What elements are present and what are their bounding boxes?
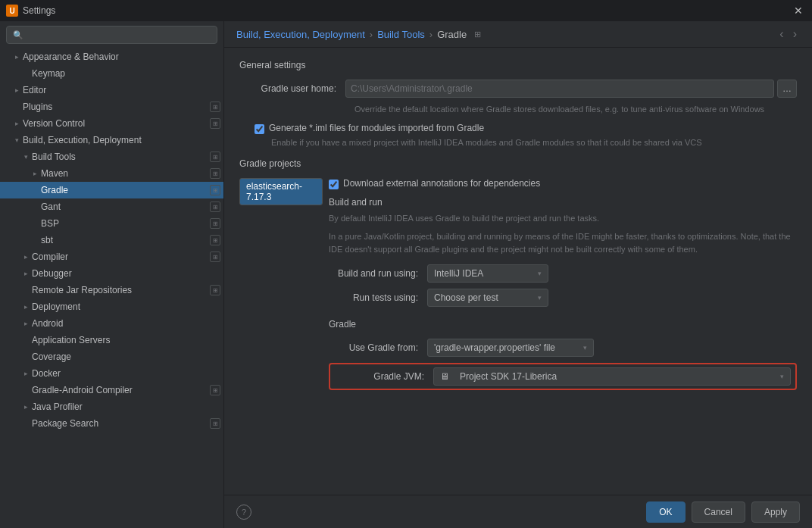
badge-icon: ⊞ (210, 202, 220, 212)
badge-icon: ⊞ (210, 168, 220, 179)
search-box[interactable]: 🔍 (6, 26, 217, 44)
sidebar-item-deployment[interactable]: Deployment (0, 298, 223, 315)
generate-iml-hint: Enable if you have a mixed project with … (271, 137, 797, 148)
sidebar-item-label: sbt (41, 235, 53, 245)
breadcrumb-gradle: Gradle (437, 29, 467, 40)
breadcrumb-menu-icon[interactable]: ⊞ (474, 30, 481, 39)
sidebar-item-label: Docker (32, 368, 61, 379)
sidebar-item-label: Package Search (32, 418, 98, 429)
apply-button[interactable]: Apply (751, 501, 800, 523)
generate-iml-label[interactable]: Generate *.iml files for modules importe… (269, 123, 484, 133)
search-icon: 🔍 (13, 30, 23, 40)
badge-icon: ⊞ (210, 252, 220, 262)
download-annotations-label[interactable]: Download external annotations for depend… (343, 178, 540, 189)
gradle-user-home-row: Gradle user home: … (239, 80, 797, 98)
gradle-projects-title: Gradle projects (239, 158, 797, 169)
nav-forward-button[interactable]: › (790, 27, 800, 41)
sidebar-item-editor[interactable]: Editor (0, 82, 223, 98)
badge-icon: ⊞ (210, 118, 220, 129)
sidebar-item-label: BSP (41, 218, 59, 229)
sidebar-item-docker[interactable]: Docker (0, 365, 223, 382)
project-list: elasticsearch-7.17.3 (239, 178, 323, 205)
sidebar-item-label: Deployment (32, 301, 80, 312)
sdk-icon: 🖥 (440, 371, 449, 382)
sidebar-item-maven[interactable]: Maven ⊞ (0, 165, 223, 182)
breadcrumb-nav: ‹ › (776, 27, 800, 41)
sidebar-item-app-servers[interactable]: Application Servers (0, 332, 223, 348)
sidebar-item-gradle-android[interactable]: Gradle-Android Compiler ⊞ (0, 382, 223, 398)
use-gradle-from-dropdown[interactable]: 'gradle-wrapper.properties' file ▾ (427, 339, 594, 357)
help-button[interactable]: ? (236, 505, 251, 520)
gradle-jvm-dropdown[interactable]: 🖥 Project SDK 17-Liberica ▾ (433, 367, 791, 386)
badge-icon: ⊞ (210, 218, 220, 229)
download-annotations-checkbox[interactable] (329, 180, 339, 189)
sidebar-item-sbt[interactable]: sbt ⊞ (0, 232, 223, 248)
projects-settings-col: Download external annotations for depend… (329, 178, 797, 397)
main-container: 🔍 Appearance & Behavior Keymap Editor (0, 21, 812, 528)
sidebar-item-plugins[interactable]: Plugins ⊞ (0, 98, 223, 115)
title-bar: U Settings ✕ (0, 0, 812, 21)
badge-icon: ⊞ (210, 285, 220, 295)
dropdown-arrow-icon: ▾ (780, 373, 784, 380)
dropdown-arrow-icon: ▾ (538, 294, 542, 301)
sidebar-item-debugger[interactable]: Debugger (0, 265, 223, 282)
build-run-using-label: Build and run using: (329, 268, 427, 279)
content-area: Build, Execution, Deployment › Build Too… (224, 21, 812, 528)
generate-iml-checkbox[interactable] (255, 124, 264, 134)
breadcrumb-build-tools[interactable]: Build Tools (377, 29, 425, 40)
arrow-icon (12, 136, 21, 144)
sidebar-item-label: Build Tools (32, 152, 76, 162)
app-icon: U (6, 5, 18, 17)
sidebar-item-label: Android (32, 318, 63, 329)
sidebar-item-label: Plugins (23, 102, 52, 112)
gradle-projects-row: elasticsearch-7.17.3 Download external a… (239, 178, 797, 397)
breadcrumb-build-execution[interactable]: Build, Execution, Deployment (236, 29, 365, 40)
sidebar-item-label: Gradle-Android Compiler (32, 385, 133, 395)
close-button[interactable]: ✕ (791, 3, 806, 18)
gradle-user-home-input[interactable] (345, 80, 774, 98)
nav-back-button[interactable]: ‹ (776, 27, 786, 41)
sidebar-item-bsp[interactable]: BSP ⊞ (0, 215, 223, 232)
sidebar-item-package-search[interactable]: Package Search ⊞ (0, 415, 223, 432)
sidebar-item-version-control[interactable]: Version Control ⊞ (0, 115, 223, 132)
gradle-section-title: Gradle (329, 319, 797, 330)
sidebar-item-compiler[interactable]: Compiler ⊞ (0, 248, 223, 265)
sidebar-item-remote-jar[interactable]: Remote Jar Repositories ⊞ (0, 282, 223, 298)
project-item[interactable]: elasticsearch-7.17.3 (240, 179, 322, 205)
dropdown-arrow-icon: ▾ (538, 270, 542, 277)
build-run-using-dropdown[interactable]: IntelliJ IDEA ▾ (427, 264, 548, 283)
settings-content: General settings Gradle user home: … Ove… (224, 48, 812, 495)
sidebar-item-coverage[interactable]: Coverage (0, 348, 223, 365)
run-tests-using-label: Run tests using: (329, 292, 427, 303)
arrow-icon (21, 153, 30, 161)
sidebar-item-appearance[interactable]: Appearance & Behavior (0, 48, 223, 65)
gradle-jvm-row: Gradle JVM: 🖥 Project SDK 17-Liberica ▾ (329, 363, 797, 390)
arrow-icon (21, 303, 30, 311)
sidebar-item-build-tools[interactable]: Build Tools ⊞ (0, 148, 223, 165)
sidebar-item-gradle[interactable]: Gradle ⊞ (0, 182, 223, 198)
projects-list-col: elasticsearch-7.17.3 (239, 178, 323, 397)
arrow-icon (30, 170, 39, 177)
sidebar-item-keymap[interactable]: Keymap (0, 65, 223, 82)
search-input[interactable] (27, 30, 211, 40)
sidebar-item-label: Java Profiler (32, 401, 83, 412)
gradle-jvm-label: Gradle JVM: (335, 371, 433, 382)
sidebar-item-gant[interactable]: Gant ⊞ (0, 198, 223, 215)
gradle-user-home-label: Gradle user home: (239, 83, 345, 94)
sidebar-item-label: Gradle (41, 185, 68, 195)
browse-button[interactable]: … (777, 80, 797, 98)
sidebar-item-label: Application Servers (32, 335, 110, 345)
build-run-using-row: Build and run using: IntelliJ IDEA ▾ (329, 264, 797, 283)
cancel-button[interactable]: Cancel (692, 501, 745, 523)
run-tests-using-row: Run tests using: Choose per test ▾ (329, 289, 797, 307)
ok-button[interactable]: OK (646, 501, 685, 523)
sidebar-item-label: Maven (41, 168, 68, 179)
sidebar-item-build-execution[interactable]: Build, Execution, Deployment (0, 132, 223, 148)
badge-icon: ⊞ (210, 418, 220, 429)
sidebar-item-java-profiler[interactable]: Java Profiler (0, 398, 223, 415)
run-tests-using-dropdown[interactable]: Choose per test ▾ (427, 289, 548, 307)
sidebar-item-android[interactable]: Android (0, 315, 223, 332)
build-run-using-value: IntelliJ IDEA (434, 268, 483, 279)
arrow-icon (12, 53, 21, 61)
sidebar-item-label: Build, Execution, Deployment (23, 135, 142, 145)
